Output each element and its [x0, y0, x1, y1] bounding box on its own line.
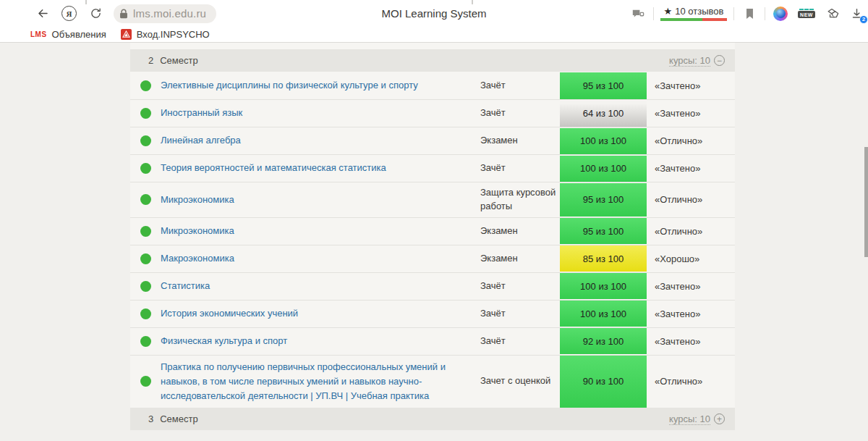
grade-text: «Отлично» — [647, 127, 735, 154]
assessment-type: Экзамен — [480, 218, 560, 245]
downloads-button[interactable]: 2 — [848, 5, 865, 22]
status-dot-icon — [140, 376, 151, 387]
table-row: СтатистикаЗачёт100 из 100«Зачтено» — [130, 272, 735, 300]
extension-orb-icon[interactable] — [772, 5, 789, 22]
rating-bar — [660, 18, 727, 21]
score-badge: 90 из 100 — [560, 356, 647, 407]
table-row: МикроэкономикаЗащита курсовой работы95 и… — [130, 182, 735, 217]
status-dot-icon — [140, 135, 151, 146]
status-dot-icon — [140, 108, 151, 119]
browser-toolbar: Я lms.moi.edu.ru MOI Learning System ★ 1… — [0, 0, 868, 27]
yandex-logo-icon[interactable]: Я — [61, 6, 77, 21]
course-link[interactable]: Физическая культура и спорт — [161, 334, 287, 348]
course-link[interactable]: Макроэкономика — [161, 251, 234, 266]
collections-icon[interactable] — [824, 5, 841, 22]
table-row: МакроэкономикаЭкзамен85 из 100«Хорошо» — [130, 245, 735, 272]
grade-text: «Отлично» — [647, 218, 735, 245]
score-badge: 95 из 100 — [560, 72, 647, 99]
assessment-type: Зачёт — [480, 155, 560, 182]
table-row: Иностранный языкЗачёт64 из 100«Зачтено» — [130, 99, 735, 127]
course-link[interactable]: Теория вероятностей и математическая ста… — [161, 161, 386, 175]
grade-text: «Отлично» — [647, 182, 735, 217]
table-row: Теория вероятностей и математическая ста… — [130, 154, 735, 182]
course-link[interactable]: История экономических учений — [161, 306, 298, 321]
table-row: Линейная алгебраЭкзамен100 из 100«Отличн… — [130, 127, 735, 154]
courses-count-link[interactable]: курсы: 10 — [669, 413, 710, 425]
course-link[interactable]: Линейная алгебра — [161, 133, 241, 148]
refresh-button[interactable] — [85, 3, 106, 25]
gradebook-table: 2 Семестр курсы: 10 − Элективные дисципл… — [130, 43, 735, 430]
status-dot-icon — [140, 194, 151, 205]
bookmarks-bar: LMS Объявления Вход.INPSYCHO — [0, 27, 868, 43]
grade-text: «Отлично» — [647, 356, 735, 408]
course-link[interactable]: Микроэкономика — [161, 224, 234, 238]
course-link[interactable]: Статистика — [161, 279, 210, 293]
tab-edge-mark — [472, 0, 473, 4]
star-icon: ★ — [664, 6, 673, 17]
page-content: 2 Семестр курсы: 10 − Элективные дисципл… — [0, 43, 868, 430]
toolbar-separator — [653, 7, 654, 20]
semester-label: Семестр — [160, 55, 197, 66]
semester-2-header: 2 Семестр курсы: 10 − — [130, 49, 735, 72]
course-link[interactable]: Микроэкономика — [161, 193, 234, 207]
scrollbar-thumb[interactable] — [864, 147, 868, 257]
course-link[interactable]: Практика по получению первичных професси… — [161, 360, 466, 403]
assessment-type: Экзамен — [480, 245, 560, 272]
download-count-badge: 2 — [859, 15, 868, 24]
lock-icon — [119, 9, 128, 19]
table-row: Физическая культура и спортЗачёт92 из 10… — [130, 327, 735, 355]
rating-label: 10 отзывов — [675, 6, 723, 17]
assessment-type: Зачёт — [480, 100, 560, 127]
grade-text: «Зачтено» — [647, 72, 735, 99]
status-dot-icon — [140, 336, 151, 347]
assessment-type: Зачет с оценкой — [480, 356, 560, 408]
assessment-type: Экзамен — [480, 127, 560, 154]
grade-text: «Зачтено» — [647, 100, 735, 127]
grade-text: «Зачтено» — [647, 155, 735, 182]
status-dot-icon — [140, 281, 151, 292]
score-badge: 92 из 100 — [560, 328, 647, 354]
previous-row-sliver — [130, 43, 735, 49]
collapse-icon[interactable]: − — [714, 55, 725, 66]
table-row: Практика по получению первичных професси… — [130, 355, 735, 408]
expand-icon[interactable]: + — [714, 413, 725, 424]
toolbar-separator — [733, 7, 734, 20]
lms-favicon: LMS — [30, 30, 47, 38]
status-dot-icon — [140, 226, 151, 237]
messenger-icon[interactable] — [629, 5, 647, 22]
score-badge: 100 из 100 — [560, 273, 647, 299]
assessment-type: Защита курсовой работы — [480, 182, 560, 217]
table-row: Элективные дисциплины по физической куль… — [130, 72, 735, 99]
score-badge: 95 из 100 — [560, 218, 647, 244]
status-dot-icon — [140, 253, 151, 264]
back-button[interactable] — [32, 3, 54, 25]
address-bar[interactable]: lms.moi.edu.ru — [114, 4, 216, 23]
inpsycho-favicon — [121, 29, 132, 40]
table-row: МикроэкономикаЭкзамен95 из 100«Отлично» — [130, 217, 735, 245]
status-dot-icon — [140, 308, 151, 319]
toolbar-separator — [765, 7, 765, 20]
score-badge: 100 из 100 — [560, 156, 647, 182]
score-badge: 64 из 100 — [560, 101, 647, 127]
back-arrow-icon — [36, 7, 50, 20]
new-feature-icon[interactable]: NEW — [796, 5, 817, 22]
grade-text: «Хорошо» — [647, 245, 735, 272]
site-rating[interactable]: ★ 10 отзывов — [660, 6, 727, 21]
refresh-icon — [90, 7, 102, 20]
bookmark-icon[interactable] — [741, 5, 758, 22]
semester-3-header: 3 Семестр курсы: 10 + — [130, 408, 735, 430]
assessment-type: Зачёт — [480, 301, 560, 327]
course-rows: Элективные дисциплины по физической куль… — [130, 72, 735, 408]
assessment-type: Зачёт — [480, 72, 560, 99]
bookmark-inpsycho[interactable]: Вход.INPSYCHO — [116, 29, 214, 40]
grade-text: «Зачтено» — [647, 328, 735, 355]
bookmark-announcements[interactable]: LMS Объявления — [26, 29, 111, 40]
grade-text: «Зачтено» — [647, 301, 735, 327]
new-badge: NEW — [798, 11, 816, 18]
status-dot-icon — [140, 80, 151, 91]
score-badge: 95 из 100 — [560, 183, 647, 217]
courses-count-link[interactable]: курсы: 10 — [669, 55, 710, 67]
table-row: История экономических ученийЗачёт100 из … — [130, 300, 735, 327]
course-link[interactable]: Элективные дисциплины по физической куль… — [161, 78, 418, 93]
course-link[interactable]: Иностранный язык — [161, 106, 242, 120]
